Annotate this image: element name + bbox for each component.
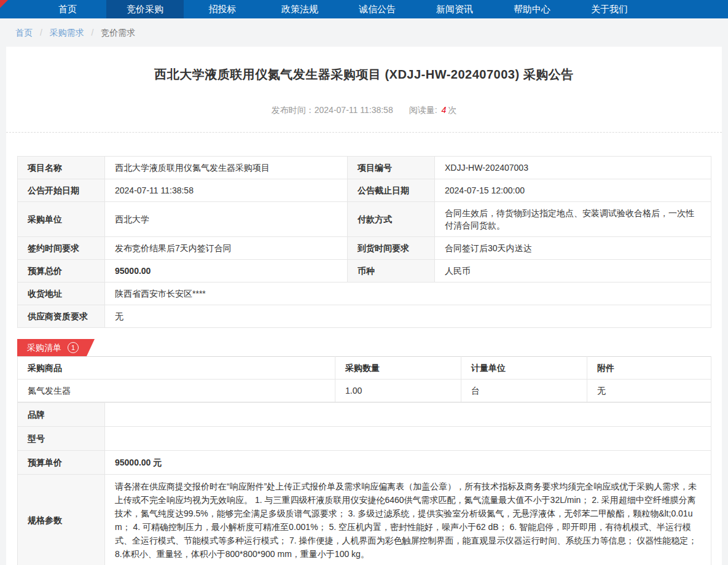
corner-flag-icon [0,0,8,8]
nav-item-about[interactable]: 关于我们 [571,0,648,18]
announcement-meta: 发布时间：2024-07-11 11:38:58阅读量: 4次 [6,105,722,132]
purchase-items-table: 采购商品 采购数量 计量单位 附件 氮气发生器 1.00 台 无 [17,356,711,402]
detail-value: 人民币 [435,260,711,282]
table-row: 公告开始日期 2024-07-11 11:38:58 公告截止日期 2024-0… [18,179,711,202]
announcement-card: 西北大学液质联用仪氮气发生器采购项目 (XDJJ-HW-202407003) 采… [6,47,722,565]
announcement-header: 西北大学液质联用仪氮气发生器采购项目 (XDJJ-HW-202407003) 采… [6,47,722,133]
top-navbar: 首页 竞价采购 招投标 政策法规 诚信公告 新闻资讯 帮助中心 关于我们 [0,0,728,18]
item-attributes-table: 品牌 型号 预算单价 95000.00 元 规格参数 请各潜在供应商提交报价时在… [17,402,711,565]
nav-item-integrity[interactable]: 诚信公告 [339,0,416,18]
attr-label: 规格参数 [18,475,105,565]
table-row: 规格参数 请各潜在供应商提交报价时在“响应附件”处上传正式报价单及需求响应偏离表… [18,475,711,565]
breadcrumb-current: 竞价需求 [101,28,135,37]
breadcrumb-separator: / [92,28,94,37]
table-row: 项目名称 西北大学液质联用仪氮气发生器采购项目 项目编号 XDJJ-HW-202… [18,157,711,179]
item-quantity: 1.00 [335,380,461,402]
attr-label: 预算单价 [18,451,105,475]
budget-total-value: 95000.00 [105,260,348,282]
item-attachment: 无 [587,380,711,402]
detail-value: 西北大学 [105,202,348,237]
nav-item-help[interactable]: 帮助中心 [493,0,571,18]
read-count-value: 4 [441,105,446,115]
column-header: 采购数量 [335,357,461,380]
detail-value: 陕西省西安市长安区**** [105,282,711,305]
table-row: 签约时间要求 发布竞价结果后7天内签订合同 到货时间要求 合同签订后30天内送达 [18,237,711,260]
project-details-table: 项目名称 西北大学液质联用仪氮气发生器采购项目 项目编号 XDJJ-HW-202… [17,156,711,328]
detail-label: 到货时间要求 [348,237,435,260]
detail-value: 无 [105,305,711,328]
detail-label: 公告开始日期 [18,179,105,202]
spec-parameters-value: 请各潜在供应商提交报价时在“响应附件”处上传正式报价单及需求响应偏离表（加盖公章… [105,475,711,565]
attr-label: 型号 [18,427,105,451]
breadcrumb-home[interactable]: 首页 [15,28,33,37]
detail-label: 付款方式 [348,202,435,237]
detail-label: 供应商资质要求 [18,305,105,328]
purchase-list-count-badge: 1 [68,342,79,353]
attr-value [105,403,711,427]
table-row: 品牌 [18,403,711,427]
table-row: 预算单价 95000.00 元 [18,451,711,475]
detail-label: 收货地址 [18,282,105,305]
detail-value: XDJJ-HW-202407003 [435,157,711,179]
breadcrumb-section[interactable]: 采购需求 [50,28,84,37]
detail-value: 2024-07-15 12:00:00 [435,179,711,202]
column-header: 计量单位 [461,357,587,380]
detail-label: 公告截止日期 [348,179,435,202]
item-unit: 台 [461,380,587,402]
budget-unit-price-value: 95000.00 元 [105,451,711,475]
table-header-row: 采购商品 采购数量 计量单位 附件 [18,357,711,380]
column-header: 附件 [587,357,711,380]
nav-item-home[interactable]: 首页 [29,0,106,18]
breadcrumb: 首页 / 采购需求 / 竞价需求 [0,18,728,47]
detail-label: 项目名称 [18,157,105,179]
item-name: 氮气发生器 [18,380,335,402]
nav-item-policy[interactable]: 政策法规 [261,0,339,18]
table-row: 氮气发生器 1.00 台 无 [18,380,711,402]
detail-label: 项目编号 [348,157,435,179]
table-row: 供应商资质要求 无 [18,305,711,328]
nav-item-bidding-purchase[interactable]: 竞价采购 [106,0,184,18]
publish-time-label: 发布时间： [272,105,315,115]
attr-label: 品牌 [18,403,105,427]
read-count-unit: 次 [448,105,456,115]
table-row: 收货地址 陕西省西安市长安区**** [18,282,711,305]
table-row: 采购单位 西北大学 付款方式 合同生效后，待货物到达指定地点、安装调试验收合格后… [18,202,711,237]
purchase-list-label: 采购清单 [27,339,61,356]
publish-time-value: 2024-07-11 11:38:58 [315,105,393,115]
detail-value: 2024-07-11 11:38:58 [105,179,348,202]
detail-label: 预算总价 [18,260,105,282]
detail-label: 采购单位 [18,202,105,237]
detail-label: 签约时间要求 [18,237,105,260]
detail-label: 币种 [348,260,435,282]
detail-value: 合同签订后30天内送达 [435,237,711,260]
attr-value [105,427,711,451]
read-count-label: 阅读量: [409,105,437,115]
column-header: 采购商品 [18,357,335,380]
nav-item-news[interactable]: 新闻资讯 [416,0,493,18]
breadcrumb-separator: / [40,28,42,37]
purchase-list-tag: 采购清单 1 [17,339,95,356]
detail-value: 合同生效后，待货物到达指定地点、安装调试验收合格后，一次性付清合同货款。 [435,202,711,237]
detail-value: 发布竞价结果后7天内签订合同 [105,237,348,260]
page-title: 西北大学液质联用仪氮气发生器采购项目 (XDJJ-HW-202407003) 采… [6,66,722,83]
nav-item-tender[interactable]: 招投标 [184,0,261,18]
table-row: 型号 [18,427,711,451]
detail-value: 西北大学液质联用仪氮气发生器采购项目 [105,157,348,179]
table-row: 预算总价 95000.00 币种 人民币 [18,260,711,282]
